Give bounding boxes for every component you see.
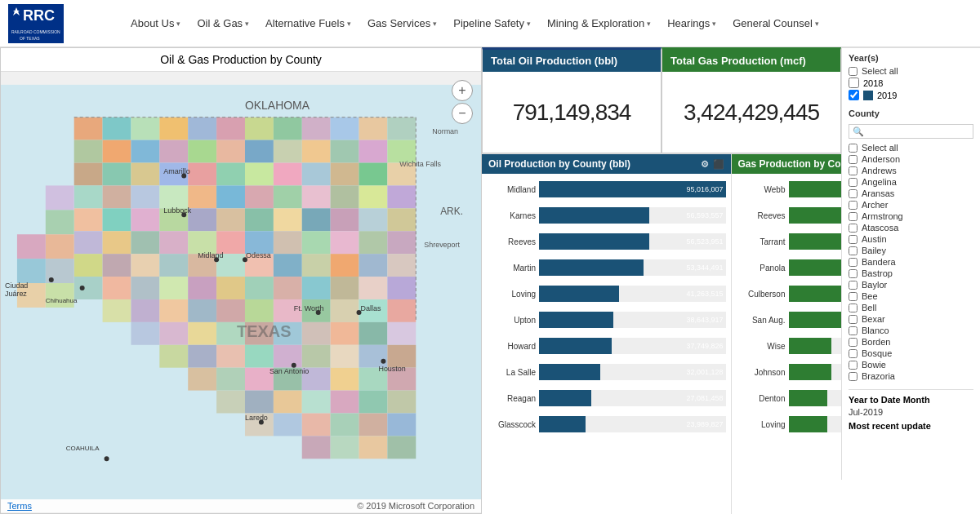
nav-pipeline[interactable]: Pipeline Safety ▾: [445, 17, 539, 29]
county-checkbox-brazoria[interactable]: [849, 372, 858, 381]
nav-gas-services-arrow: ▾: [433, 20, 437, 28]
county-checkbox-angelina[interactable]: [849, 178, 858, 187]
county-checkbox-bosque[interactable]: [849, 349, 858, 358]
county-item-bell[interactable]: Bell: [849, 303, 973, 312]
svg-text:OF TEXAS: OF TEXAS: [20, 36, 40, 41]
nav-gas-services[interactable]: Gas Services ▾: [359, 17, 445, 29]
county-checkbox-anderson[interactable]: [849, 155, 858, 164]
county-checkbox-selectall[interactable]: [849, 144, 858, 153]
svg-rect-139: [331, 368, 359, 391]
county-item-bowie[interactable]: Bowie: [849, 360, 973, 370]
gas-bar-fill: 124,289,805: [789, 312, 843, 328]
county-item-bastrop[interactable]: Bastrop: [849, 268, 973, 278]
county-item-bee[interactable]: Bee: [849, 291, 973, 301]
county-item-austin[interactable]: Austin: [849, 234, 973, 244]
year-2018-checkbox[interactable]: [849, 78, 859, 88]
svg-rect-57: [103, 208, 131, 231]
svg-rect-144: [274, 391, 302, 414]
select-all-year-checkbox[interactable]: [849, 67, 858, 76]
oil-filter-icon[interactable]: ⚙: [701, 159, 709, 170]
county-item-baylor[interactable]: Baylor: [849, 280, 973, 290]
svg-rect-91: [387, 254, 416, 277]
svg-rect-26: [245, 140, 274, 163]
county-checkbox-borden[interactable]: [849, 338, 858, 347]
county-checkbox-archer[interactable]: [849, 201, 858, 210]
county-checkbox-bowie[interactable]: [849, 361, 858, 370]
svg-rect-25: [216, 140, 245, 163]
county-checkbox-armstrong[interactable]: [849, 212, 858, 221]
county-item-borden[interactable]: Borden: [849, 337, 973, 347]
county-checkbox-andrews[interactable]: [849, 166, 858, 175]
total-oil-box: Total Oil Production (bbl) 791,149,834: [482, 47, 662, 153]
svg-rect-36: [188, 163, 216, 186]
county-item-bosque[interactable]: Bosque: [849, 348, 973, 358]
county-checkbox-bexar[interactable]: [849, 315, 858, 324]
sidebar-ytd-value: Jul-2019: [849, 407, 973, 417]
sidebar-select-all-year[interactable]: Select all: [849, 66, 973, 76]
nav-alt-fuels[interactable]: Alternative Fuels ▾: [257, 17, 359, 29]
county-item-bexar[interactable]: Bexar: [849, 314, 973, 324]
oil-bar-value: 27,081,458: [686, 394, 723, 402]
year-2019-checkbox[interactable]: [849, 90, 859, 100]
county-checkbox-aransas[interactable]: [849, 189, 858, 198]
sidebar-year-2018[interactable]: 2018: [849, 78, 973, 88]
county-item-andrews[interactable]: Andrews: [849, 166, 973, 175]
oil-bar-label: La Salle: [487, 368, 536, 377]
county-item-selectall[interactable]: Select all: [849, 143, 973, 153]
nav-hearings-arrow: ▾: [712, 20, 716, 28]
oil-bar-label: Reagan: [487, 394, 536, 403]
svg-rect-66: [359, 208, 388, 231]
svg-rect-63: [274, 208, 302, 231]
svg-rect-151: [302, 413, 331, 436]
svg-rect-73: [216, 231, 245, 254]
nav-about-us[interactable]: About Us ▾: [122, 17, 189, 29]
svg-rect-41: [331, 163, 359, 186]
county-checkbox-blanco[interactable]: [849, 326, 858, 335]
texas-map[interactable]: OKLAHOMA ARK.: [1, 72, 481, 512]
nav-hearings[interactable]: Hearings ▾: [659, 17, 724, 29]
county-item-aransas[interactable]: Aransas: [849, 188, 973, 198]
oil-bar-value: 56,593,557: [686, 211, 723, 219]
sidebar-county-label: County: [849, 109, 973, 118]
svg-rect-92: [74, 277, 103, 299]
county-checkbox-bell[interactable]: [849, 304, 858, 312]
county-item-archer[interactable]: Archer: [849, 200, 973, 210]
county-item-brazoria[interactable]: Brazoria: [849, 371, 973, 381]
oil-bar-label: Karnes: [487, 211, 536, 220]
oil-export-icon[interactable]: ⬛: [713, 159, 724, 170]
svg-text:RAILROAD COMMISSION: RAILROAD COMMISSION: [11, 29, 60, 34]
county-item-bandera[interactable]: Bandera: [849, 257, 973, 267]
nav-mining[interactable]: Mining & Exploration ▾: [539, 17, 659, 29]
county-item-blanco[interactable]: Blanco: [849, 326, 973, 335]
svg-rect-65: [331, 208, 359, 231]
map-terms-link[interactable]: Terms: [7, 501, 32, 511]
oil-bar-value: 37,749,826: [686, 342, 723, 350]
svg-rect-75: [274, 231, 302, 254]
zoom-in-button[interactable]: +: [452, 80, 473, 101]
county-checkbox-bandera[interactable]: [849, 258, 858, 267]
oil-bar-fill: 56,593,557: [539, 207, 649, 224]
sidebar-ytd-label: Year to Date Month: [849, 395, 973, 405]
county-item-anderson[interactable]: Anderson: [849, 154, 973, 164]
county-checkbox-austin[interactable]: [849, 235, 858, 244]
svg-rect-70: [131, 231, 159, 254]
svg-rect-146: [331, 391, 359, 414]
county-item-atascosa[interactable]: Atascosa: [849, 223, 973, 233]
svg-text:Odessa: Odessa: [246, 251, 271, 259]
county-checkbox-baylor[interactable]: [849, 281, 858, 290]
county-item-armstrong[interactable]: Armstrong: [849, 211, 973, 221]
county-checkbox-atascosa[interactable]: [849, 224, 858, 233]
county-item-bailey[interactable]: Bailey: [849, 246, 973, 255]
svg-rect-100: [302, 277, 331, 299]
zoom-out-button[interactable]: −: [452, 103, 473, 124]
county-checkbox-bee[interactable]: [849, 292, 858, 301]
sidebar-year-2019[interactable]: 2019: [849, 90, 973, 100]
svg-rect-79: [387, 231, 416, 254]
svg-rect-103: [387, 277, 416, 299]
county-item-angelina[interactable]: Angelina: [849, 177, 973, 187]
nav-counsel[interactable]: General Counsel ▾: [724, 17, 827, 29]
nav-oil-gas[interactable]: Oil & Gas ▾: [189, 17, 257, 29]
county-checkbox-bailey[interactable]: [849, 246, 858, 255]
county-checkbox-bastrop[interactable]: [849, 269, 858, 278]
county-search-input[interactable]: [849, 124, 973, 139]
